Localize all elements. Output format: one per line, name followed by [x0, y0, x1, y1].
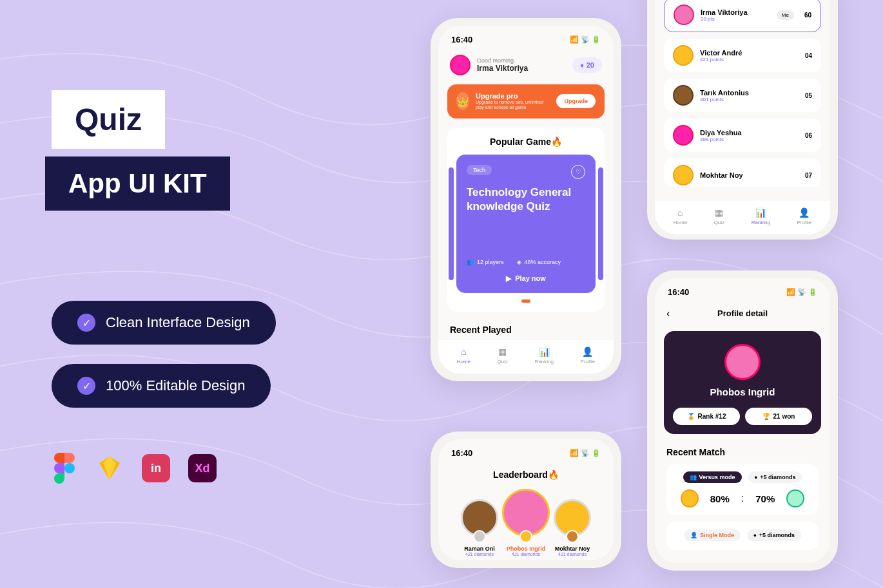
play-button[interactable]: ▶ Play now: [467, 274, 585, 283]
pager: [456, 299, 596, 303]
mode-chip: 👥 Versus mode: [683, 471, 742, 483]
rank-row[interactable]: Mokhtar Noy 07: [664, 158, 821, 187]
check-icon: ✓: [77, 314, 95, 332]
avatar: [673, 125, 694, 146]
user-header: Good morning Irma Viktoriya ♦ 20: [438, 50, 614, 84]
phone-profile: 16:40 📶 📡 🔋 ‹ Profile detail Phobos Ingr…: [647, 270, 838, 571]
diamond-chip[interactable]: ♦ 20: [572, 57, 602, 73]
mode-chip: 👤 Single Mode: [684, 529, 741, 541]
back-icon[interactable]: ‹: [666, 308, 670, 319]
lb-rank-1[interactable]: Phobos Ingrid 421 diamonds: [502, 489, 550, 556]
profile-card: Phobos Ingrid 🏅 Rank #12 🏆 21 won: [664, 331, 821, 434]
nav-ranking[interactable]: 📊Ranking: [752, 207, 770, 225]
profile-avatar: [724, 344, 761, 380]
bonus-chip: ♦ +5 diamonds: [747, 529, 801, 541]
recent-header: Recent Played: [438, 321, 614, 335]
players-stat: 👥 12 players: [467, 259, 504, 265]
match-card: 👥 Versus mode ♦ +5 diamonds 80% : 70%: [666, 464, 819, 515]
greeting-text: Good morning: [477, 57, 528, 64]
promo-section: Quiz App UI KIT ✓ Clean Interface Design…: [52, 90, 276, 484]
quiz-title: Technology General knowledge Quiz: [467, 185, 585, 214]
leaderboard-title: Leaderboard🔥: [438, 463, 614, 489]
rank-row[interactable]: Diya Yeshua398 points 06: [664, 119, 821, 152]
bottom-nav: ⌂Home ▦Quiz 📊Ranking 👤Profile: [438, 340, 614, 374]
status-bar: 16:40 📶 📡 🔋: [655, 278, 830, 302]
nav-home[interactable]: ⌂Home: [457, 346, 471, 365]
popular-card: Popular Game🔥 Tech ♡ Technology General …: [447, 128, 605, 312]
upgrade-button[interactable]: Upgrade: [556, 94, 596, 108]
rank-row-me[interactable]: Irma Viktoriya20 pts Me 60: [664, 0, 821, 32]
avatar: [673, 165, 694, 185]
svg-point-0: [64, 463, 75, 473]
promo-title: Quiz: [52, 90, 165, 149]
avatar: [502, 489, 550, 536]
rank-row[interactable]: Victor André421 points 04: [664, 39, 821, 72]
rank-list: Irma Viktoriya20 pts Me 60 Victor André4…: [655, 0, 830, 187]
sketch-icon: [95, 454, 124, 482]
recent-match-header: Recent Match: [666, 447, 819, 457]
quiz-card[interactable]: Tech ♡ Technology General knowledge Quiz…: [456, 155, 596, 293]
username: Irma Viktoriya: [477, 64, 528, 73]
promo-subtitle: App UI KIT: [45, 156, 230, 211]
avatar: [673, 45, 694, 66]
tool-icons: in Xd: [52, 453, 276, 484]
accuracy-stat: ◈ 48% accuracy: [517, 259, 561, 265]
phone-leaderboard: 16:40 📶 📡 🔋 Leaderboard🔥 Raman Oni 421 d…: [431, 432, 621, 568]
profile-header: ‹ Profile detail: [655, 302, 830, 325]
nav-quiz[interactable]: ▦Quiz: [714, 207, 724, 225]
bottom-nav: ⌂Home ▦Quiz 📊Ranking 👤Profile: [655, 201, 830, 234]
xd-icon: Xd: [188, 454, 217, 482]
bonus-chip: ♦ +5 diamonds: [748, 471, 802, 483]
feature-pill-1: ✓ Clean Interface Design: [52, 301, 276, 345]
me-chip: Me: [777, 10, 794, 20]
heart-icon[interactable]: ♡: [571, 165, 585, 179]
nav-quiz[interactable]: ▦Quiz: [498, 346, 508, 365]
status-bar: 16:40 📶 📡 🔋: [438, 439, 614, 463]
rank-chip: 🏅 Rank #12: [673, 408, 740, 425]
quiz-icon: ▦: [498, 346, 507, 357]
phone-home: 16:40 📶 📡 🔋 Good morning Irma Viktoriya …: [431, 18, 621, 381]
ranking-icon: 📊: [539, 346, 550, 357]
rank-row[interactable]: Tarık Antonius401 points 05: [664, 79, 821, 112]
status-bar: 16:40 📶 📡 🔋: [438, 26, 614, 50]
lb-rank-2[interactable]: Raman Oni 421 diamonds: [461, 499, 498, 556]
profile-icon: 👤: [582, 346, 593, 357]
status-icons: 📶 📡 🔋: [570, 35, 601, 44]
avatar[interactable]: [450, 55, 471, 75]
invision-icon: in: [142, 454, 170, 482]
avatar: [674, 5, 694, 25]
phone-ranking: Raman Oni421 diamonds Phobos Ingrid421 d…: [647, 0, 838, 240]
avatar: [786, 489, 804, 507]
medal-icon: [566, 530, 579, 543]
nav-profile[interactable]: 👤Profile: [581, 346, 596, 365]
home-icon: ⌂: [461, 346, 466, 357]
feature-pill-2: ✓ 100% Editable Design: [52, 364, 271, 408]
medal-icon: [519, 530, 532, 543]
check-icon: ✓: [77, 377, 95, 395]
nav-ranking[interactable]: 📊Ranking: [535, 346, 554, 365]
crown-icon: 👑: [456, 92, 469, 110]
upgrade-banner: 👑 Upgrade pro Upgrade to remove ads, unl…: [447, 84, 605, 119]
avatar: [681, 489, 699, 507]
nav-profile[interactable]: 👤Profile: [797, 207, 812, 225]
figma-icon: [52, 453, 77, 484]
leaderboard-top3: Raman Oni 421 diamonds Phobos Ingrid 421…: [438, 489, 614, 560]
avatar: [673, 85, 694, 106]
quiz-tag: Tech: [467, 165, 492, 175]
popular-title: Popular Game🔥: [456, 137, 596, 147]
nav-home[interactable]: ⌂Home: [674, 207, 687, 225]
won-chip: 🏆 21 won: [745, 408, 812, 425]
match-card: 👤 Single Mode ♦ +5 diamonds: [666, 522, 819, 550]
medal-icon: [473, 530, 486, 543]
lb-rank-3[interactable]: Mokhtar Noy 421 diamonds: [554, 499, 591, 556]
